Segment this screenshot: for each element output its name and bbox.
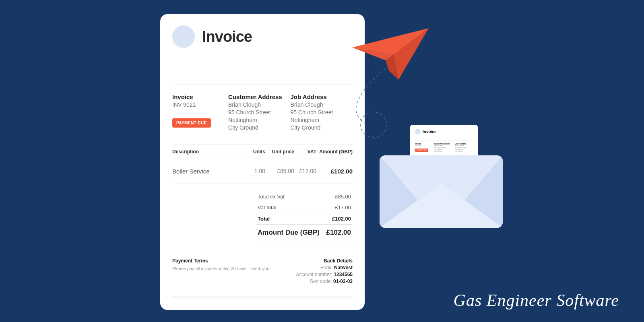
payment-terms-heading: Payment Terms [172,258,270,264]
envelope-body [380,155,503,228]
mini-number: INV-9021 [415,145,431,147]
invoice-number: INV-9021 [172,101,228,109]
invoice-title: Invoice [202,28,252,45]
invoice-meta: Invoice INV-9021 PAYMENT DUE [172,93,228,132]
line-items-header: Description Units Unit price VAT Amount … [172,144,353,159]
customer-address-heading: Customer Address [228,93,290,100]
payment-terms: Payment Terms Please pay all invoices wi… [172,258,270,284]
customer-line2: Nottingham [228,116,290,124]
job-address: Job Address Brian Clough 95 Church Stree… [291,93,353,132]
total-exvat-value: £85.00 [335,194,351,200]
job-line1: 95 Church Street [291,109,353,116]
mini-logo [415,129,421,134]
line-units: 1.00 [243,168,265,174]
col-units: Units [243,149,265,155]
payment-terms-note: Please pay all invoices within 30 days. … [172,266,270,271]
col-unit-price: Unit price [265,149,294,155]
total-label: Total [258,216,270,222]
mini-title: Invoice [423,130,436,134]
col-description: Description [172,149,243,155]
logo-placeholder [172,25,195,48]
line-unit-price: £85.00 [265,168,294,174]
invoice-footer: Payment Terms Please pay all invoices wi… [172,258,353,284]
total-vat-label: Vat total [258,204,277,211]
line-amount: £102.00 [316,168,353,175]
account-number: 1234565 [334,272,353,277]
sort-label: Sort code: [310,279,332,284]
bank-name: Natwest [334,265,353,270]
col-vat: VAT [294,149,316,155]
total-vat-value: £17.00 [335,204,351,211]
amount-due-value: £102.00 [326,229,351,237]
customer-name: Brian Clough [228,101,290,109]
job-address-heading: Job Address [291,93,353,100]
total-exvat-label: Total ex Vat [258,194,285,200]
bank-heading: Bank Details [296,258,353,264]
total-value: £102.00 [332,216,351,222]
job-line3: City Ground [291,124,353,132]
customer-line3: City Ground [228,124,290,132]
totals: Total ex Vat £85.00 Vat total £17.00 Tot… [256,191,353,241]
shadow-decoration [172,296,353,299]
bank-label: Bank: [320,265,333,270]
col-amount: Amount (GBP) [316,149,353,155]
paper-plane-icon [350,23,431,88]
status-badge: PAYMENT DUE [172,118,211,128]
invoice-header: Invoice [172,25,353,48]
invoice-info-row: Invoice INV-9021 PAYMENT DUE Customer Ad… [172,85,353,132]
customer-line1: 95 Church Street [228,109,290,116]
job-line2: Nottingham [291,116,353,124]
line-description: Boiler Service [172,168,243,175]
sort-code: 01-02-03 [333,279,353,284]
bank-details: Bank Details Bank: Natwest Account numbe… [296,258,353,284]
line-vat: £17.00 [294,168,316,174]
brand-logo-text: Gas Engineer Software [454,291,619,310]
job-name: Brian Clough [291,101,353,109]
account-label: Account number: [296,272,332,277]
invoice-document: Invoice Invoice INV-9021 PAYMENT DUE Cus… [160,14,365,310]
customer-address: Customer Address Brian Clough 95 Church … [228,93,290,132]
invoice-meta-heading: Invoice [172,93,228,100]
line-item: Boiler Service 1.00 £85.00 £17.00 £102.0… [172,159,353,184]
mini-badge: PAYMENT DUE [415,149,428,152]
envelope-icon: Invoice Invoice INV-9021 PAYMENT DUE Cus… [380,125,503,228]
amount-due-label: Amount Due (GBP) [258,229,320,237]
